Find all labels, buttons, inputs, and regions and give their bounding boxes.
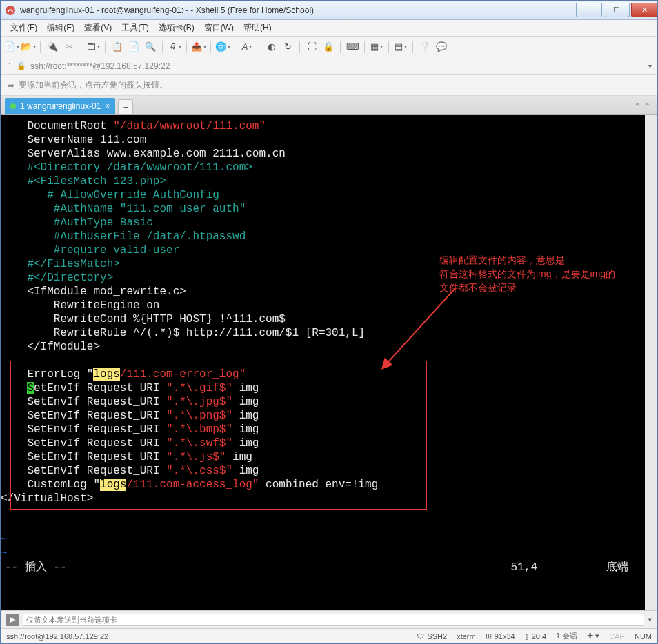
feedback-button[interactable]: 💬: [435, 40, 448, 54]
globe-button[interactable]: 🌐: [216, 40, 230, 54]
terminal[interactable]: DocumentRoot "/data/wwwroot/111.com" Ser…: [1, 115, 657, 610]
menu-tab[interactable]: 选项卡(B): [159, 22, 195, 34]
new-session-button[interactable]: 📄: [5, 40, 19, 54]
script-button[interactable]: ◐: [264, 40, 278, 54]
status-size: ⊞91x34: [486, 632, 515, 641]
status-plus[interactable]: ✚ ▾: [587, 632, 599, 641]
send-input[interactable]: [23, 614, 644, 626]
separator-icon: [412, 41, 413, 53]
dropdown-icon[interactable]: ⋮: [6, 63, 12, 70]
titlebar: wangruifenglinux-01 - root@wangruifeng-0…: [1, 1, 657, 20]
status-cap: CAP: [609, 632, 625, 641]
status-num: NUM: [635, 632, 652, 641]
open-button[interactable]: 📂: [21, 40, 35, 54]
menu-tools[interactable]: 工具(T): [121, 22, 148, 34]
cursor: S: [27, 382, 34, 394]
print-button[interactable]: 🖨: [168, 40, 181, 54]
tab-nav-arrows[interactable]: ◂ ▸: [635, 99, 652, 108]
hint-text: 要添加当前会话，点击左侧的箭头按钮。: [19, 79, 168, 91]
separator-icon: [210, 41, 211, 53]
keyboard-button[interactable]: ⌨: [346, 40, 359, 54]
menubar: 文件(F) 编辑(E) 查看(V) 工具(T) 选项卡(B) 窗口(W) 帮助(…: [1, 20, 657, 37]
disconnect-button[interactable]: ✂: [62, 40, 76, 54]
scrollbar-thumb[interactable]: [646, 118, 656, 134]
separator-icon: [186, 41, 187, 53]
status-connection: ssh://root@192.168.57.129:22: [6, 632, 407, 641]
send-target-dropdown[interactable]: ▾: [648, 616, 652, 623]
separator-icon: [299, 41, 300, 53]
minimize-button[interactable]: ─: [576, 3, 602, 17]
paste-button[interactable]: 📄: [127, 40, 141, 54]
send-button[interactable]: ▶: [6, 614, 19, 626]
maximize-button[interactable]: ☐: [604, 3, 630, 17]
separator-icon: [364, 41, 365, 53]
terminal-content: DocumentRoot "/data/wwwroot/111.com" Ser…: [1, 119, 645, 574]
shield-icon: 🛡: [417, 632, 424, 641]
grid-icon: ⊞: [486, 632, 492, 641]
session-tab[interactable]: 1 wangruifenglinux-01 ×: [5, 98, 115, 114]
find-button[interactable]: 🔍: [143, 40, 157, 54]
status-termtype: xterm: [457, 632, 476, 641]
tab-label: 1 wangruifenglinux-01: [20, 101, 101, 111]
transfer-button[interactable]: 📤: [192, 40, 206, 54]
lock-button[interactable]: 🔒: [321, 40, 335, 54]
separator-icon: [388, 41, 389, 53]
tab-add-button[interactable]: +: [118, 99, 133, 114]
fullscreen-button[interactable]: ⛶: [305, 40, 319, 54]
help-button[interactable]: ❔: [418, 40, 432, 54]
app-icon: [5, 5, 16, 16]
refresh-button[interactable]: ↻: [281, 40, 295, 54]
hint-bar: ➦ 要添加当前会话，点击左侧的箭头按钮。: [1, 75, 657, 96]
font-button[interactable]: A: [240, 40, 254, 54]
menu-file[interactable]: 文件(F): [10, 22, 37, 34]
reconnect-button[interactable]: 🔌: [46, 40, 59, 54]
separator-icon: [235, 41, 235, 53]
separator-icon: [259, 41, 259, 53]
separator-icon: [40, 41, 41, 53]
status-font: ⫿20,4: [525, 632, 546, 641]
window-title: wangruifenglinux-01 - root@wangruifeng-0…: [20, 6, 575, 15]
address-text[interactable]: ssh://root:********@192.168.57.129:22: [30, 61, 644, 71]
status-protocol: 🛡SSH2: [417, 632, 447, 641]
layout-button[interactable]: ▦: [370, 40, 383, 54]
status-bar: ssh://root@192.168.57.129:22 🛡SSH2 xterm…: [1, 628, 657, 643]
separator-icon: [340, 41, 341, 53]
tab-close-icon[interactable]: ×: [105, 101, 110, 111]
properties-button[interactable]: 🗔: [86, 40, 100, 54]
send-bar: ▶ ▾: [1, 610, 657, 628]
status-dot-icon: [10, 103, 16, 109]
menu-window[interactable]: 窗口(W): [204, 22, 234, 34]
menu-edit[interactable]: 编辑(E): [47, 22, 74, 34]
view-button[interactable]: ▤: [394, 40, 408, 54]
separator-icon: [81, 41, 81, 53]
lock-icon: 🔒: [17, 61, 26, 70]
menu-help[interactable]: 帮助(H): [243, 22, 272, 34]
chevron-down-icon[interactable]: ▾: [648, 62, 652, 70]
close-button[interactable]: ✕: [631, 3, 657, 17]
tab-bar: 1 wangruifenglinux-01 × + ◂ ▸: [1, 96, 657, 115]
scroll-up-button[interactable]: ▲: [646, 115, 656, 125]
hint-arrow-icon[interactable]: ➦: [8, 81, 14, 90]
scroll-down-button[interactable]: ▼: [646, 601, 656, 610]
copy-button[interactable]: 📋: [110, 40, 124, 54]
separator-icon: [105, 41, 106, 53]
address-bar: ⋮ 🔒 ssh://root:********@192.168.57.129:2…: [1, 57, 657, 75]
annotation-text: 编辑配置文件的内容，意思是 符合这种格式的文件为img，是要是img的 文件都不…: [439, 253, 639, 294]
menu-view[interactable]: 查看(V): [84, 22, 112, 34]
separator-icon: [162, 41, 163, 53]
toolbar: 📄 📂 🔌 ✂ 🗔 📋 📄 🔍 🖨 📤 🌐 A ◐ ↻ ⛶ 🔒 ⌨ ▦ ▤ ❔ …: [1, 37, 657, 57]
svg-point-0: [6, 6, 15, 15]
status-sessions: 1 会话: [556, 631, 577, 641]
app-window: wangruifenglinux-01 - root@wangruifeng-0…: [0, 0, 658, 644]
